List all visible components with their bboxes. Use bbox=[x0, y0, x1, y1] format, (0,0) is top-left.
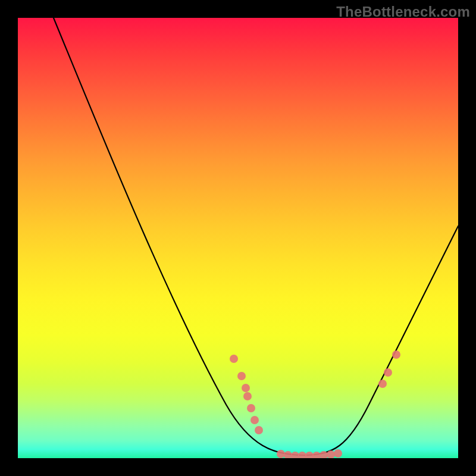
watermark-text: TheBottleneck.com bbox=[336, 4, 470, 20]
dot-left-4 bbox=[247, 404, 255, 412]
dot-left-3 bbox=[243, 392, 252, 400]
dot-right-0 bbox=[378, 380, 387, 388]
dot-valley-4 bbox=[305, 452, 314, 458]
dot-left-2 bbox=[242, 384, 250, 392]
plot-area bbox=[18, 18, 458, 458]
dot-valley-2 bbox=[291, 452, 299, 458]
dot-left-5 bbox=[250, 416, 259, 424]
dot-valley-1 bbox=[284, 451, 292, 458]
dot-valley-0 bbox=[277, 450, 285, 458]
dot-left-1 bbox=[237, 372, 246, 380]
dot-left-0 bbox=[230, 355, 238, 363]
dot-valley-5 bbox=[312, 452, 321, 458]
curve-svg bbox=[18, 18, 458, 458]
chart-container: TheBottleneck.com bbox=[0, 0, 476, 476]
dot-left-6 bbox=[255, 426, 263, 434]
dot-valley-8 bbox=[334, 449, 342, 458]
dot-valley-3 bbox=[298, 452, 306, 458]
bottleneck-curve bbox=[54, 18, 458, 455]
dot-right-2 bbox=[392, 350, 400, 359]
dots-group bbox=[230, 350, 400, 458]
dot-right-1 bbox=[384, 368, 392, 377]
